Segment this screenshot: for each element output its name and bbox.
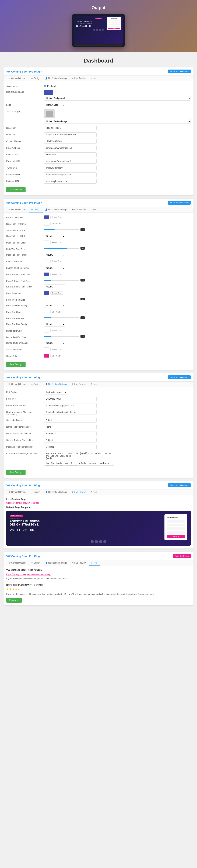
tab-general-options-1[interactable]: ⚙ General Options	[6, 76, 29, 81]
tab-general-options-2[interactable]: ⚙ General Options	[6, 207, 29, 213]
feedback-btn-5[interactable]: Rate Our Plugin	[173, 554, 191, 558]
range-slider-19[interactable]	[44, 336, 79, 337]
tab-live-preview-2[interactable]: 👁 Live Preview	[69, 207, 89, 213]
color-value-label-1: Select Color	[51, 222, 63, 225]
tab-help-1[interactable]: ? Help	[89, 76, 100, 81]
tab-design-5[interactable]: ✏ Design	[29, 560, 42, 566]
feedback-btn-3[interactable]: Share Your Feedback	[168, 375, 191, 379]
input-pinterest-url[interactable]	[44, 179, 97, 184]
tab-live-preview-4[interactable]: 👁 Live Preview	[69, 490, 89, 495]
textarea-custom-email-message[interactable]: Hey Some one with email id {email} has s…	[44, 451, 114, 466]
tab-help-2[interactable]: ? Help	[89, 207, 100, 213]
range-slider-16[interactable]	[44, 317, 79, 318]
design-select-20[interactable]: Ubuntu	[44, 341, 65, 345]
range-slider-2[interactable]	[44, 229, 79, 230]
feedback-btn-2[interactable]: Share Your Feedback	[168, 201, 191, 205]
design-select-3[interactable]: Ubuntu	[44, 234, 65, 239]
tab-general-options-5[interactable]: ⚙ General Options	[6, 560, 29, 566]
input-launch-date[interactable]	[44, 152, 97, 157]
color-box-0[interactable]	[44, 215, 50, 219]
control-form-title	[44, 397, 191, 401]
form-field-3	[108, 24, 120, 25]
field-instagram-url: Instagram URL	[6, 173, 191, 177]
color-box-4[interactable]	[44, 241, 50, 244]
input-contact-number[interactable]	[44, 139, 97, 144]
design-select-11[interactable]: Ubuntu	[44, 284, 65, 289]
settings-icon-3: ⚙	[9, 383, 10, 385]
color-box-15[interactable]	[44, 310, 50, 314]
label-custom-email-message: Custom Email Message to Owner	[6, 451, 41, 455]
color-box-22[interactable]	[44, 354, 50, 358]
input-twitter-url[interactable]	[44, 166, 97, 170]
color-box-1[interactable]	[44, 222, 50, 226]
label-contact-number: Contact Number	[6, 139, 41, 143]
tab-notification-3[interactable]: 👤 Notification Settings	[43, 381, 69, 387]
radio-dot-enabled[interactable]	[44, 85, 46, 87]
logo-select[interactable]: Default Logo	[44, 103, 65, 107]
tab-help-4[interactable]: ? Help	[89, 490, 100, 495]
tab-general-options-3[interactable]: ⚙ General Options	[6, 381, 29, 387]
tab-live-preview-1[interactable]: 👁 Live Preview	[69, 76, 89, 81]
range-slider-5[interactable]	[44, 248, 79, 249]
tab-general-options-4[interactable]: ⚙ General Options	[6, 490, 29, 495]
range-slider-10[interactable]	[44, 280, 79, 281]
input-subscribe-btn[interactable]	[44, 418, 97, 423]
settings-icon: ⚙	[9, 77, 10, 80]
design-select-14[interactable]: Ubuntu	[44, 303, 65, 308]
tab-design-2[interactable]: ✏ Design	[29, 207, 42, 213]
save-btn-notification[interactable]: Save Settings	[6, 470, 26, 475]
tab-design-1[interactable]: ✏ Design	[29, 76, 42, 81]
color-box-9[interactable]	[44, 272, 50, 276]
review-btn[interactable]: Review Us	[6, 598, 22, 602]
feedback-btn-4[interactable]: Share Your Feedback	[168, 483, 191, 487]
tab-design-4[interactable]: ✏ Design	[29, 490, 42, 495]
preview-subtitle: JANUARY 2020	[10, 518, 187, 519]
input-owner-email[interactable]	[44, 403, 97, 408]
mail-option-select[interactable]: Mail to the owner	[44, 390, 67, 395]
input-email-placeholder[interactable]	[44, 431, 97, 436]
tab-notification-2[interactable]: 👤 Notification Settings	[43, 207, 69, 213]
tab-notification-5[interactable]: 👤 Notification Settings	[43, 560, 69, 566]
preview-form-field-1	[167, 520, 185, 523]
tab-notification-4[interactable]: 👤 Notification Settings	[43, 490, 69, 495]
preview-form-field-4	[167, 531, 185, 534]
tab-live-preview-5[interactable]: 👁 Live Preview	[69, 560, 89, 566]
input-message-placeholder[interactable]	[44, 444, 97, 449]
design-select-8[interactable]: Ubuntu	[44, 266, 65, 270]
color-value-label-18: Select Color	[51, 329, 63, 332]
input-email-address[interactable]	[44, 146, 97, 150]
section-image-select[interactable]: Upload Section Image	[44, 119, 191, 124]
label-email-placeholder: Email Textbox Placeholder	[6, 431, 41, 435]
screen-main-title: AGENCY & BUSINESS DESIGN STRATEGYS.	[76, 21, 94, 24]
notif-icon-4: 👤	[45, 491, 47, 493]
color-box-7[interactable]	[44, 259, 50, 263]
design-select-6[interactable]: Ubuntu	[44, 253, 65, 257]
input-facebook-url[interactable]	[44, 159, 97, 164]
range-slider-13[interactable]	[44, 299, 79, 299]
color-box-21[interactable]	[44, 347, 50, 351]
input-form-title[interactable]	[44, 397, 97, 401]
color-box-18[interactable]	[44, 329, 50, 333]
color-box-12[interactable]	[44, 291, 50, 295]
save-btn-design[interactable]: Save Settings	[6, 362, 26, 367]
tab-notification-1[interactable]: 👤 Notification Settings	[43, 76, 69, 81]
field-pinterest-url: Pinterest URL	[6, 179, 191, 184]
input-subject-placeholder[interactable]	[44, 438, 97, 442]
design-label-2: Small Title Font Size	[6, 228, 41, 232]
tab-help-3[interactable]: ? Help	[89, 381, 100, 387]
input-small-title[interactable]	[44, 126, 97, 130]
live-preview-link[interactable]: Click here for live preview template	[6, 502, 39, 504]
save-btn-general[interactable]: Save Settings	[6, 187, 26, 192]
preview-main-title: AGENCY & BUSINESS DESIGN STRATEGYS.	[10, 520, 45, 526]
design-select-17[interactable]: Ubuntu	[44, 322, 65, 327]
feedback-btn-1[interactable]: Share Your Feedback	[168, 69, 191, 73]
help-contact-link[interactable]: If you find any issues please contact us…	[6, 573, 51, 576]
tab-help-5[interactable]: ? Help	[89, 560, 100, 566]
tab-live-preview-3[interactable]: 👁 Live Preview	[69, 381, 89, 387]
input-display-message[interactable]	[44, 410, 97, 414]
input-instagram-url[interactable]	[44, 173, 97, 177]
input-name-placeholder[interactable]	[44, 425, 97, 429]
bg-image-select[interactable]: Upload Background	[44, 96, 191, 100]
input-main-title[interactable]	[44, 132, 97, 137]
tab-design-3[interactable]: ✏ Design	[29, 381, 42, 387]
